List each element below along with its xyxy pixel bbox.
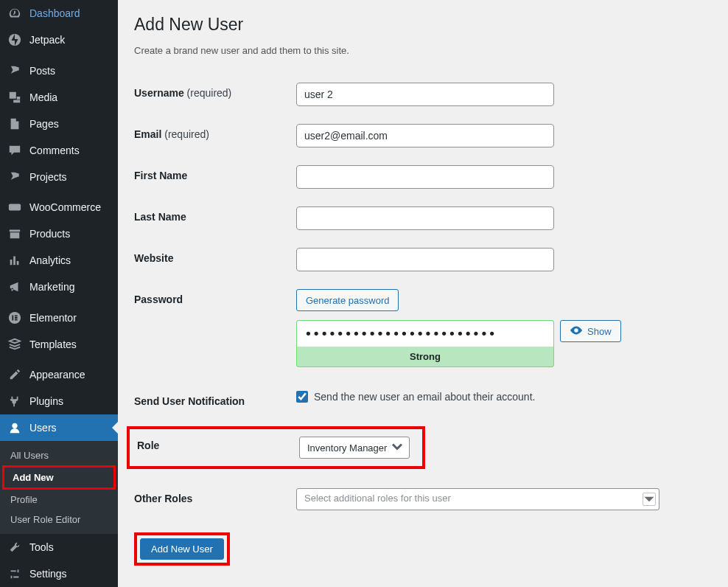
page-description: Create a brand new user and add them to … — [134, 45, 712, 56]
pages-icon — [7, 117, 22, 131]
sidebar-item-label: Plugins — [29, 395, 63, 407]
sidebar-item-label: Media — [29, 91, 57, 103]
lastname-input[interactable] — [296, 206, 554, 230]
sidebar-item-templates[interactable]: Templates — [0, 331, 118, 358]
sidebar-item-users[interactable]: Users — [0, 414, 118, 441]
dashboard-icon — [7, 6, 22, 21]
analytics-icon — [7, 253, 22, 268]
firstname-input[interactable] — [296, 165, 554, 189]
submenu-user-role-editor[interactable]: User Role Editor — [0, 510, 118, 529]
plugins-icon — [7, 394, 22, 409]
other-roles-label: Other Roles — [134, 488, 296, 504]
add-new-user-button[interactable]: Add New User — [140, 538, 224, 560]
password-display[interactable]: •••••••••••••••••••••••• — [296, 320, 554, 347]
settings-icon — [7, 566, 22, 581]
media-icon — [7, 90, 22, 105]
role-label: Role — [130, 437, 299, 459]
sidebar-item-label: Users — [29, 422, 57, 434]
jetpack-icon — [7, 32, 22, 47]
svg-point-3 — [12, 423, 17, 428]
sidebar-item-jetpack[interactable]: Jetpack — [0, 27, 118, 53]
sidebar-item-label: WooCommerce — [29, 201, 101, 213]
website-input[interactable] — [296, 248, 554, 271]
elementor-icon — [7, 310, 22, 325]
users-icon — [7, 420, 22, 435]
submenu-all-users[interactable]: All Users — [0, 445, 118, 465]
sidebar-item-media[interactable]: Media — [0, 84, 118, 111]
admin-sidebar: Dashboard Jetpack Posts Media Pages Comm… — [0, 0, 118, 587]
sidebar-item-marketing[interactable]: Marketing — [0, 274, 118, 300]
sidebar-item-woocommerce[interactable]: WooCommerce — [0, 194, 118, 220]
username-label: Username (required) — [134, 83, 296, 99]
page-title: Add New User — [134, 15, 712, 35]
pin-icon — [7, 63, 22, 78]
sidebar-item-label: Products — [29, 228, 70, 240]
sidebar-item-tools[interactable]: Tools — [0, 534, 118, 560]
role-row-highlight: Role Inventory Manager — [127, 426, 425, 469]
sidebar-item-settings[interactable]: Settings — [0, 560, 118, 587]
sidebar-item-label: Templates — [29, 338, 77, 350]
sidebar-item-label: Projects — [29, 171, 67, 183]
submenu-add-new[interactable]: Add New — [2, 465, 116, 490]
users-submenu: All Users Add New Profile User Role Edit… — [0, 441, 118, 534]
sidebar-item-label: Settings — [29, 568, 67, 580]
products-icon — [7, 226, 22, 241]
email-input[interactable] — [296, 124, 554, 147]
notification-text[interactable]: Send the new user an email about their a… — [314, 391, 535, 403]
role-select[interactable]: Inventory Manager — [299, 437, 410, 459]
sidebar-item-appearance[interactable]: Appearance — [0, 361, 118, 388]
email-label: Email (required) — [134, 124, 296, 140]
sidebar-item-label: Jetpack — [29, 34, 65, 46]
password-label: Password — [134, 289, 296, 305]
sidebar-item-label: Posts — [29, 65, 55, 77]
sidebar-item-products[interactable]: Products — [0, 220, 118, 247]
username-input[interactable] — [296, 83, 554, 106]
notification-checkbox[interactable] — [296, 391, 308, 403]
pin-icon — [7, 170, 22, 184]
main-content: Add New User Create a brand new user and… — [118, 0, 728, 587]
templates-icon — [7, 337, 22, 352]
firstname-label: First Name — [134, 165, 296, 181]
website-label: Website — [134, 248, 296, 264]
sidebar-item-label: Dashboard — [29, 7, 80, 19]
sidebar-item-label: Appearance — [29, 369, 85, 381]
sidebar-item-label: Tools — [29, 541, 54, 553]
sidebar-item-label: Analytics — [29, 254, 71, 266]
other-roles-select[interactable]: Select additional roles for this user — [296, 488, 659, 510]
sidebar-item-label: Pages — [29, 118, 59, 130]
generate-password-button[interactable]: Generate password — [296, 289, 399, 311]
password-strength: Strong — [296, 347, 554, 367]
sidebar-item-analytics[interactable]: Analytics — [0, 247, 118, 274]
comments-icon — [7, 143, 22, 158]
woo-icon — [7, 200, 22, 215]
submit-highlight: Add New User — [134, 532, 230, 566]
show-password-button[interactable]: Show — [560, 320, 621, 342]
submenu-profile[interactable]: Profile — [0, 490, 118, 510]
sidebar-item-plugins[interactable]: Plugins — [0, 388, 118, 414]
sidebar-item-elementor[interactable]: Elementor — [0, 305, 118, 331]
marketing-icon — [7, 279, 22, 294]
sidebar-item-label: Comments — [29, 145, 80, 156]
notification-label: Send User Notification — [134, 391, 296, 407]
sidebar-item-label: Marketing — [29, 281, 74, 293]
sidebar-item-projects[interactable]: Projects — [0, 164, 118, 190]
appearance-icon — [7, 367, 22, 382]
sidebar-item-posts[interactable]: Posts — [0, 58, 118, 84]
lastname-label: Last Name — [134, 206, 296, 223]
sidebar-item-label: Elementor — [29, 312, 77, 324]
tools-icon — [7, 540, 22, 555]
sidebar-item-pages[interactable]: Pages — [0, 111, 118, 137]
sidebar-item-dashboard[interactable]: Dashboard — [0, 0, 118, 27]
sidebar-item-comments[interactable]: Comments — [0, 137, 118, 164]
svg-rect-1 — [9, 204, 21, 211]
eye-icon — [570, 324, 583, 339]
